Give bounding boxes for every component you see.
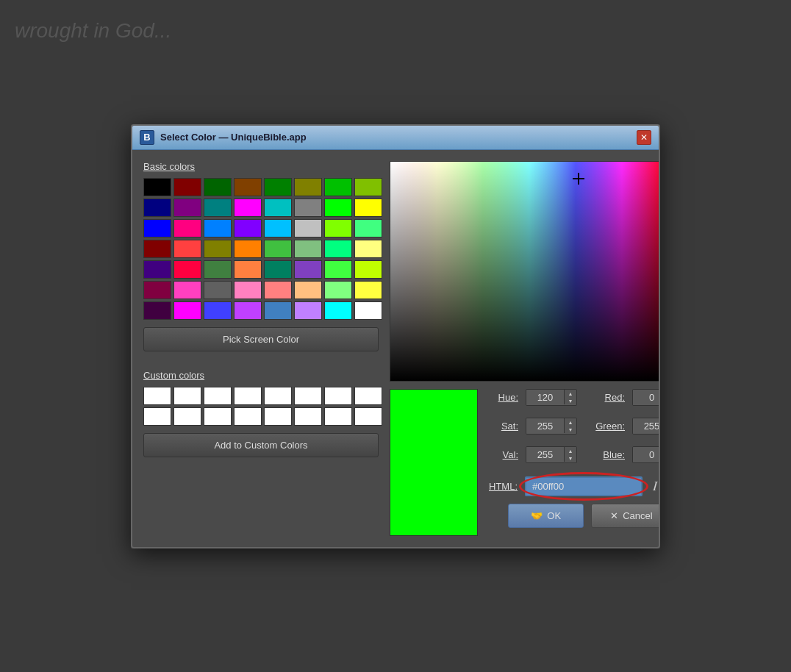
basic-color-swatch[interactable] bbox=[324, 178, 352, 196]
close-button[interactable]: ✕ bbox=[637, 130, 651, 145]
cancel-button[interactable]: ✕ Cancel bbox=[591, 504, 660, 528]
custom-color-swatch[interactable] bbox=[234, 387, 262, 405]
basic-color-swatch[interactable] bbox=[173, 219, 201, 237]
custom-color-swatch[interactable] bbox=[354, 387, 382, 405]
val-up[interactable]: ▲ bbox=[565, 447, 576, 454]
basic-color-swatch[interactable] bbox=[204, 240, 232, 258]
basic-color-swatch[interactable] bbox=[354, 178, 382, 196]
hue-value: 120 bbox=[526, 390, 564, 405]
custom-color-swatch[interactable] bbox=[324, 407, 352, 426]
basic-color-swatch[interactable] bbox=[324, 199, 352, 217]
custom-colors-label: Custom colors bbox=[143, 370, 379, 381]
basic-color-swatch[interactable] bbox=[324, 260, 352, 279]
blue-spinbox[interactable]: 0 ▲ ▼ bbox=[632, 446, 660, 463]
basic-color-swatch[interactable] bbox=[264, 281, 292, 299]
basic-color-swatch[interactable] bbox=[173, 178, 201, 196]
custom-color-swatch[interactable] bbox=[294, 387, 322, 405]
hue-down[interactable]: ▼ bbox=[565, 397, 576, 404]
basic-color-swatch[interactable] bbox=[324, 281, 352, 299]
html-input[interactable] bbox=[525, 476, 643, 496]
basic-color-swatch[interactable] bbox=[204, 199, 232, 217]
basic-color-swatch[interactable] bbox=[143, 240, 171, 258]
basic-color-swatch[interactable] bbox=[143, 281, 171, 299]
basic-color-swatch[interactable] bbox=[264, 199, 292, 217]
basic-color-swatch[interactable] bbox=[264, 301, 292, 320]
basic-color-swatch[interactable] bbox=[143, 260, 171, 279]
basic-colors-label: Basic colors bbox=[143, 161, 379, 172]
basic-color-swatch[interactable] bbox=[234, 178, 262, 196]
basic-color-swatch[interactable] bbox=[324, 219, 352, 237]
custom-color-swatch[interactable] bbox=[234, 407, 262, 426]
basic-color-swatch[interactable] bbox=[204, 219, 232, 237]
basic-color-swatch[interactable] bbox=[234, 260, 262, 279]
custom-color-swatch[interactable] bbox=[264, 387, 292, 405]
custom-color-swatch[interactable] bbox=[294, 407, 322, 426]
basic-color-swatch[interactable] bbox=[324, 240, 352, 258]
basic-color-swatch[interactable] bbox=[354, 281, 382, 299]
basic-color-swatch[interactable] bbox=[173, 240, 201, 258]
basic-color-swatch[interactable] bbox=[294, 281, 322, 299]
green-spinbox[interactable]: 255 ▲ ▼ bbox=[632, 418, 660, 435]
basic-color-swatch[interactable] bbox=[143, 219, 171, 237]
basic-color-swatch[interactable] bbox=[354, 219, 382, 237]
hue-spinbox[interactable]: 120 ▲ ▼ bbox=[526, 389, 577, 406]
val-spinbox[interactable]: 255 ▲ ▼ bbox=[526, 446, 577, 463]
basic-color-swatch[interactable] bbox=[143, 199, 171, 217]
dialog-title: Select Color — UniqueBible.app bbox=[160, 132, 307, 143]
sat-label: Sat: bbox=[489, 421, 518, 432]
basic-color-swatch[interactable] bbox=[294, 219, 322, 237]
pick-screen-color-button[interactable]: Pick Screen Color bbox=[143, 327, 379, 351]
basic-color-swatch[interactable] bbox=[354, 199, 382, 217]
custom-color-swatch[interactable] bbox=[324, 387, 352, 405]
color-gradient-canvas[interactable] bbox=[390, 161, 660, 382]
basic-color-swatch[interactable] bbox=[143, 301, 171, 320]
basic-color-swatch[interactable] bbox=[204, 281, 232, 299]
custom-color-swatch[interactable] bbox=[143, 407, 171, 426]
basic-color-swatch[interactable] bbox=[294, 240, 322, 258]
red-spinbox[interactable]: 0 ▲ ▼ bbox=[632, 389, 660, 406]
basic-color-swatch[interactable] bbox=[324, 301, 352, 320]
basic-color-swatch[interactable] bbox=[204, 301, 232, 320]
sat-down[interactable]: ▼ bbox=[565, 426, 576, 433]
text-cursor-icon: 𝐼 bbox=[653, 479, 657, 494]
basic-color-swatch[interactable] bbox=[294, 199, 322, 217]
basic-color-swatch[interactable] bbox=[234, 240, 262, 258]
sat-spinbox[interactable]: 255 ▲ ▼ bbox=[526, 418, 577, 435]
basic-color-swatch[interactable] bbox=[204, 260, 232, 279]
basic-color-swatch[interactable] bbox=[173, 260, 201, 279]
basic-color-swatch[interactable] bbox=[234, 219, 262, 237]
red-label: Red: bbox=[595, 392, 625, 403]
basic-color-swatch[interactable] bbox=[234, 199, 262, 217]
custom-colors-grid bbox=[143, 387, 379, 426]
basic-color-swatch[interactable] bbox=[294, 260, 322, 279]
custom-color-swatch[interactable] bbox=[173, 407, 201, 426]
add-to-custom-colors-button[interactable]: Add to Custom Colors bbox=[143, 433, 379, 457]
basic-color-swatch[interactable] bbox=[264, 260, 292, 279]
basic-color-swatch[interactable] bbox=[264, 240, 292, 258]
basic-color-swatch[interactable] bbox=[294, 178, 322, 196]
custom-color-swatch[interactable] bbox=[204, 407, 232, 426]
basic-color-swatch[interactable] bbox=[354, 260, 382, 279]
basic-color-swatch[interactable] bbox=[264, 178, 292, 196]
val-down[interactable]: ▼ bbox=[565, 454, 576, 462]
basic-color-swatch[interactable] bbox=[354, 301, 382, 320]
custom-color-swatch[interactable] bbox=[204, 387, 232, 405]
sat-up[interactable]: ▲ bbox=[565, 418, 576, 426]
basic-color-swatch[interactable] bbox=[294, 301, 322, 320]
basic-color-swatch[interactable] bbox=[234, 281, 262, 299]
basic-color-swatch[interactable] bbox=[234, 301, 262, 320]
title-bar: B Select Color — UniqueBible.app ✕ bbox=[132, 126, 659, 150]
custom-color-swatch[interactable] bbox=[143, 387, 171, 405]
hue-up[interactable]: ▲ bbox=[565, 390, 576, 397]
ok-button[interactable]: 🤝 OK bbox=[508, 504, 584, 528]
basic-color-swatch[interactable] bbox=[173, 301, 201, 320]
custom-color-swatch[interactable] bbox=[173, 387, 201, 405]
basic-color-swatch[interactable] bbox=[173, 281, 201, 299]
basic-color-swatch[interactable] bbox=[173, 199, 201, 217]
basic-color-swatch[interactable] bbox=[264, 219, 292, 237]
basic-color-swatch[interactable] bbox=[143, 178, 171, 196]
basic-color-swatch[interactable] bbox=[204, 178, 232, 196]
basic-color-swatch[interactable] bbox=[354, 240, 382, 258]
custom-color-swatch[interactable] bbox=[264, 407, 292, 426]
custom-color-swatch[interactable] bbox=[354, 407, 382, 426]
